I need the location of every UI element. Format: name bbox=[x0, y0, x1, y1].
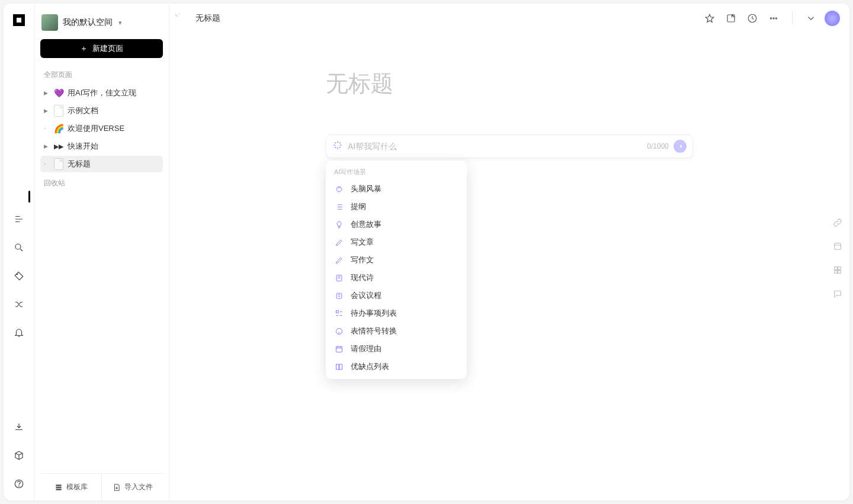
new-page-label: 新建页面 bbox=[92, 43, 123, 54]
panel-icon[interactable] bbox=[832, 240, 844, 252]
rail-indicator bbox=[28, 191, 30, 203]
ai-menu-header: AI写作场景 bbox=[326, 166, 467, 180]
page-tree: ▶💜用AI写作，佳文立现 ▶示例文档 •🌈欢迎使用VERSE ▶▶▶快速开始 •… bbox=[40, 85, 163, 172]
tree-item-label: 用AI写作，佳文立现 bbox=[68, 88, 136, 98]
workspace-avatar bbox=[41, 14, 58, 31]
templates-button[interactable]: 模板库 bbox=[40, 474, 102, 500]
ai-menu-item[interactable]: 头脑风暴 bbox=[326, 180, 467, 198]
svg-rect-12 bbox=[336, 310, 338, 313]
svg-rect-16 bbox=[339, 364, 342, 370]
svg-rect-18 bbox=[835, 267, 838, 270]
sidebar-footer: 模板库 导入文件 bbox=[40, 473, 163, 500]
help-icon[interactable] bbox=[13, 478, 25, 490]
tree-item[interactable]: ▶示例文档 bbox=[40, 102, 163, 119]
ai-menu-item[interactable]: 待办事项列表 bbox=[326, 304, 467, 322]
svg-point-13 bbox=[336, 328, 342, 334]
outline-icon[interactable] bbox=[13, 213, 25, 225]
plus-icon: ＋ bbox=[80, 43, 88, 54]
lightbulb-icon bbox=[334, 220, 344, 229]
ai-menu-item[interactable]: 会议议程 bbox=[326, 287, 467, 304]
ai-menu-label: 头脑风暴 bbox=[351, 184, 381, 194]
ai-menu-item[interactable]: 表情符号转换 bbox=[326, 322, 467, 340]
document: 无标题 0/1000 AI写作场景 头脑风暴 提纲 创意故事 写文章 写作文 bbox=[169, 33, 849, 158]
page-icon bbox=[53, 159, 64, 169]
tree-item-label: 无标题 bbox=[68, 159, 91, 169]
todo-icon bbox=[334, 309, 344, 318]
ai-menu-label: 写文章 bbox=[351, 237, 374, 248]
cube-icon[interactable] bbox=[13, 450, 25, 461]
icon-rail bbox=[4, 4, 34, 500]
new-page-button[interactable]: ＋ 新建页面 bbox=[40, 39, 163, 58]
svg-rect-21 bbox=[838, 271, 841, 274]
tree-item-label: 快速开始 bbox=[68, 141, 98, 152]
ai-menu-item[interactable]: 现代诗 bbox=[326, 269, 467, 287]
send-button[interactable] bbox=[674, 140, 687, 153]
search-icon[interactable] bbox=[13, 242, 25, 253]
poem-icon bbox=[334, 273, 344, 283]
workspace-name: 我的默认空间 bbox=[63, 17, 113, 28]
link-icon[interactable] bbox=[832, 217, 844, 229]
ai-menu-item[interactable]: 提纲 bbox=[326, 198, 467, 216]
list-icon bbox=[334, 202, 344, 211]
right-rail bbox=[832, 217, 844, 300]
user-avatar[interactable] bbox=[825, 11, 840, 26]
ai-menu-label: 提纲 bbox=[351, 201, 366, 212]
svg-rect-14 bbox=[336, 346, 342, 352]
import-label: 导入文件 bbox=[124, 482, 153, 492]
tree-item[interactable]: ▶💜用AI写作，佳文立现 bbox=[40, 85, 163, 101]
clock-icon[interactable] bbox=[745, 11, 760, 26]
tree-item-active[interactable]: •无标题 bbox=[40, 156, 163, 172]
tag-icon[interactable] bbox=[13, 270, 25, 282]
download-icon[interactable] bbox=[13, 421, 25, 433]
svg-point-6 bbox=[770, 18, 771, 19]
ai-input-bar: 0/1000 bbox=[326, 134, 693, 158]
emoji-icon bbox=[334, 326, 344, 336]
ai-menu-label: 现代诗 bbox=[351, 272, 374, 283]
ai-menu-label: 优缺点列表 bbox=[351, 361, 389, 372]
all-pages-label: 全部页面 bbox=[40, 69, 163, 85]
ai-menu-item[interactable]: 写文章 bbox=[326, 233, 467, 251]
ai-menu-item[interactable]: 请假理由 bbox=[326, 340, 467, 358]
svg-rect-17 bbox=[835, 243, 841, 250]
ai-menu-item[interactable]: 创意故事 bbox=[326, 216, 467, 233]
trash-link[interactable]: 回收站 bbox=[40, 172, 163, 194]
page-icon bbox=[179, 13, 190, 24]
page-title: 无标题 bbox=[195, 13, 220, 24]
svg-rect-15 bbox=[336, 364, 338, 370]
svg-rect-11 bbox=[336, 293, 342, 298]
ai-suggestions-menu: AI写作场景 头脑风暴 提纲 创意故事 写文章 写作文 现代诗 会议议程 待办事… bbox=[326, 160, 467, 379]
page-icon bbox=[53, 105, 64, 116]
workspace-switcher[interactable]: 我的默认空间 ▾ bbox=[40, 12, 163, 39]
shuffle-icon[interactable] bbox=[13, 298, 25, 310]
svg-point-7 bbox=[773, 18, 774, 19]
svg-rect-20 bbox=[835, 271, 838, 274]
ai-prompt-wrap: 0/1000 AI写作场景 头脑风暴 提纲 创意故事 写文章 写作文 现代诗 会… bbox=[326, 134, 693, 158]
ai-prompt-input[interactable] bbox=[348, 142, 642, 151]
tree-item-label: 示例文档 bbox=[68, 105, 98, 116]
svg-rect-4 bbox=[727, 15, 735, 22]
pros-cons-icon bbox=[334, 362, 344, 371]
app-logo[interactable] bbox=[13, 14, 25, 26]
pencil-icon bbox=[334, 255, 344, 265]
chevron-down-icon: ▾ bbox=[118, 19, 122, 27]
more-icon[interactable] bbox=[766, 11, 781, 26]
tree-item[interactable]: ▶▶▶快速开始 bbox=[40, 138, 163, 155]
share-icon[interactable] bbox=[723, 11, 739, 26]
star-icon[interactable] bbox=[702, 11, 717, 26]
document-title-placeholder[interactable]: 无标题 bbox=[326, 69, 693, 99]
grid-icon[interactable] bbox=[832, 264, 844, 276]
agenda-icon bbox=[334, 291, 344, 300]
svg-rect-19 bbox=[838, 267, 841, 270]
ai-menu-item[interactable]: 写作文 bbox=[326, 251, 467, 269]
main-area: 无标题 无标题 0/1000 AI写作场景 bbox=[169, 4, 849, 500]
comment-icon[interactable] bbox=[832, 288, 844, 300]
ai-menu-item[interactable]: 优缺点列表 bbox=[326, 358, 467, 375]
import-button[interactable]: 导入文件 bbox=[102, 474, 163, 500]
pencil-icon bbox=[334, 237, 344, 247]
ai-menu-label: 写作文 bbox=[351, 255, 374, 265]
bell-icon[interactable] bbox=[13, 327, 25, 339]
tree-item[interactable]: •🌈欢迎使用VERSE bbox=[40, 120, 163, 137]
expand-icon[interactable] bbox=[803, 11, 819, 26]
svg-point-1 bbox=[17, 274, 18, 275]
ai-menu-label: 创意故事 bbox=[351, 219, 381, 230]
